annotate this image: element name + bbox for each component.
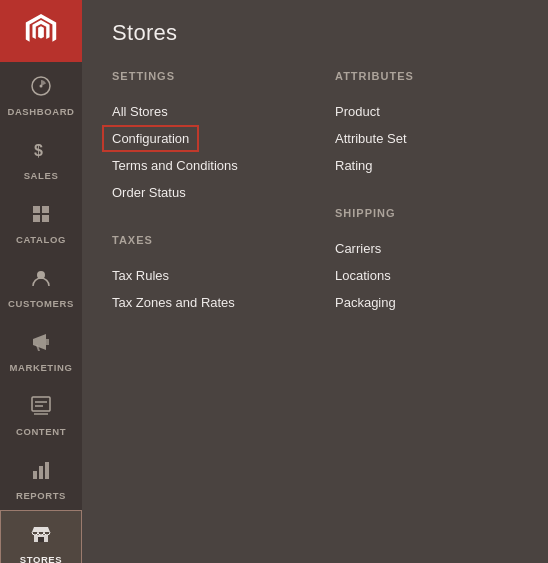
sidebar-item-label-customers: CUSTOMERS: [8, 298, 74, 309]
page-title: Stores: [112, 20, 518, 46]
sidebar-item-label-stores: STORES: [20, 554, 63, 563]
attributes-section-title: Attributes: [335, 70, 518, 82]
sidebar-logo: [0, 0, 82, 62]
taxes-section-title: Taxes: [112, 234, 295, 246]
sidebar-item-label-content: CONTENT: [16, 426, 66, 437]
svg-rect-8: [46, 339, 49, 345]
svg-rect-9: [32, 397, 50, 411]
sidebar-item-label-dashboard: DASHBOARD: [7, 106, 74, 117]
content-icon: [30, 395, 52, 422]
carriers-link[interactable]: Carriers: [335, 235, 518, 262]
svg-rect-4: [42, 206, 49, 213]
shipping-section-title: Shipping: [335, 207, 518, 219]
marketing-icon: [30, 331, 52, 358]
taxes-section: Taxes Tax Rules Tax Zones and Rates: [112, 234, 295, 316]
svg-rect-3: [33, 206, 40, 213]
catalog-icon: [30, 203, 52, 230]
sidebar-item-dashboard[interactable]: DASHBOARD: [0, 62, 82, 126]
customers-icon: [30, 267, 52, 294]
sidebar: DASHBOARD $ SALES CATALOG CUSTOME: [0, 0, 82, 563]
sidebar-item-label-sales: SALES: [24, 170, 59, 181]
product-link[interactable]: Product: [335, 98, 518, 125]
main-content: Stores Settings All Stores Configuration…: [82, 0, 548, 563]
tax-zones-rates-link[interactable]: Tax Zones and Rates: [112, 289, 295, 316]
sidebar-item-label-catalog: CATALOG: [16, 234, 66, 245]
packaging-link[interactable]: Packaging: [335, 289, 518, 316]
svg-rect-13: [33, 471, 37, 479]
svg-rect-14: [39, 466, 43, 479]
sidebar-item-marketing[interactable]: MARKETING: [0, 318, 82, 382]
terms-conditions-link[interactable]: Terms and Conditions: [112, 152, 295, 179]
right-column: Attributes Product Attribute Set Rating …: [335, 70, 518, 344]
left-column: Settings All Stores Configuration Terms …: [112, 70, 295, 344]
svg-rect-17: [38, 537, 44, 542]
settings-section-title: Settings: [112, 70, 295, 82]
svg-text:$: $: [34, 142, 43, 159]
attribute-set-link[interactable]: Attribute Set: [335, 125, 518, 152]
sidebar-item-customers[interactable]: CUSTOMERS: [0, 254, 82, 318]
menu-grid: Settings All Stores Configuration Terms …: [112, 70, 518, 344]
sidebar-item-catalog[interactable]: CATALOG: [0, 190, 82, 254]
rating-link[interactable]: Rating: [335, 152, 518, 179]
locations-link[interactable]: Locations: [335, 262, 518, 289]
svg-rect-15: [45, 462, 49, 479]
sidebar-item-label-reports: REPORTS: [16, 490, 66, 501]
sidebar-item-content[interactable]: CONTENT: [0, 382, 82, 446]
attributes-section: Attributes Product Attribute Set Rating: [335, 70, 518, 179]
configuration-link[interactable]: Configuration: [102, 125, 199, 152]
order-status-link[interactable]: Order Status: [112, 179, 295, 206]
shipping-section: Shipping Carriers Locations Packaging: [335, 207, 518, 316]
svg-rect-10: [34, 413, 48, 415]
dashboard-icon: [30, 75, 52, 102]
svg-rect-6: [42, 215, 49, 222]
reports-icon: [30, 459, 52, 486]
settings-section: Settings All Stores Configuration Terms …: [112, 70, 295, 206]
tax-rules-link[interactable]: Tax Rules: [112, 262, 295, 289]
all-stores-link[interactable]: All Stores: [112, 98, 295, 125]
magento-logo-icon: [22, 12, 60, 50]
svg-rect-5: [33, 215, 40, 222]
sidebar-item-label-marketing: MARKETING: [10, 362, 73, 373]
sidebar-item-sales[interactable]: $ SALES: [0, 126, 82, 190]
stores-icon: [30, 523, 52, 550]
sidebar-item-reports[interactable]: REPORTS: [0, 446, 82, 510]
svg-point-1: [40, 85, 43, 88]
sales-icon: $: [30, 139, 52, 166]
sidebar-item-stores[interactable]: STORES: [0, 510, 82, 563]
